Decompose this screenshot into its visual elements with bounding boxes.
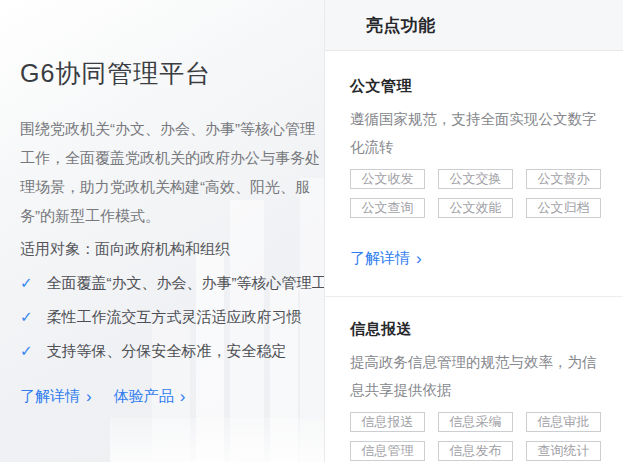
feature-text: 全面覆盖“办文、办会、办事”等核心管理工 [47, 274, 324, 293]
chevron-right-icon: › [86, 388, 92, 405]
feature-text: 支持等保、分保安全标准，安全稳定 [47, 342, 287, 361]
learn-more-link[interactable]: 了解详情 › [20, 387, 92, 406]
try-product-label: 体验产品 [114, 387, 174, 406]
feature-list: ✓ 全面覆盖“办文、办会、办事”等核心管理工 ✓ 柔性工作流交互方式灵活适应政府… [20, 272, 324, 362]
section-document-management: 公文管理 遵循国家规范，支持全面实现公文数字化流转 公文收发 公文交换 公文督办… [325, 51, 623, 268]
product-overview-content: G6协同管理平台 围绕党政机关“办文、办会、办事”等核心管理工作，全面覆盖党政机… [0, 0, 324, 406]
product-description: 围绕党政机关“办文、办会、办事”等核心管理工作，全面覆盖党政机关的政府办公与事务… [20, 114, 320, 230]
feature-item: ✓ 支持等保、分保安全标准，安全稳定 [20, 340, 324, 362]
section-title: 信息报送 [350, 320, 611, 339]
feature-item: ✓ 全面覆盖“办文、办会、办事”等核心管理工 [20, 272, 324, 294]
audience-line: 适用对象：面向政府机构和组织 [20, 240, 324, 259]
tag-button[interactable]: 信息审批 [526, 412, 601, 432]
check-icon: ✓ [20, 342, 33, 360]
tag-button[interactable]: 信息报送 [350, 412, 425, 432]
tag-button[interactable]: 公文交换 [438, 169, 513, 189]
feature-text: 柔性工作流交互方式灵活适应政府习惯 [47, 308, 302, 327]
product-page: G6协同管理平台 围绕党政机关“办文、办会、办事”等核心管理工作，全面覆盖党政机… [0, 0, 623, 462]
tag-button[interactable]: 信息采编 [438, 412, 513, 432]
try-product-link[interactable]: 体验产品 › [114, 387, 186, 406]
tag-button[interactable]: 查询统计 [526, 441, 601, 461]
tag-button[interactable]: 公文效能 [438, 198, 513, 218]
check-icon: ✓ [20, 274, 33, 292]
tag-button[interactable]: 公文归档 [526, 198, 601, 218]
section-learn-more-link[interactable]: 了解详情 › [350, 249, 422, 268]
chevron-right-icon: › [416, 250, 422, 267]
tag-button[interactable]: 公文查询 [350, 198, 425, 218]
section-title: 公文管理 [350, 77, 611, 96]
highlights-header: 亮点功能 [325, 0, 623, 51]
feature-item: ✓ 柔性工作流交互方式灵活适应政府习惯 [20, 306, 324, 328]
product-overview-panel: G6协同管理平台 围绕党政机关“办文、办会、办事”等核心管理工作，全面覆盖党政机… [0, 0, 324, 462]
check-icon: ✓ [20, 308, 33, 326]
left-links-row: 了解详情 › 体验产品 › [20, 387, 324, 406]
chevron-right-icon: › [180, 388, 186, 405]
tag-grid: 信息报送 信息采编 信息审批 信息管理 信息发布 查询统计 [350, 412, 606, 461]
tag-grid: 公文收发 公文交换 公文督办 公文查询 公文效能 公文归档 [350, 169, 606, 218]
section-description: 提高政务信息管理的规范与效率，为信息共享提供依据 [350, 348, 602, 404]
section-info-reporting: 信息报送 提高政务信息管理的规范与效率，为信息共享提供依据 信息报送 信息采编 … [325, 296, 623, 461]
learn-more-label: 了解详情 [20, 387, 80, 406]
tag-button[interactable]: 信息发布 [438, 441, 513, 461]
tag-button[interactable]: 公文收发 [350, 169, 425, 189]
highlights-title: 亮点功能 [366, 14, 436, 37]
highlights-panel: 亮点功能 公文管理 遵循国家规范，支持全面实现公文数字化流转 公文收发 公文交换… [324, 0, 623, 462]
section-description: 遵循国家规范，支持全面实现公文数字化流转 [350, 105, 602, 161]
tag-button[interactable]: 公文督办 [526, 169, 601, 189]
section-learn-more-label: 了解详情 [350, 249, 410, 268]
product-title: G6协同管理平台 [20, 57, 324, 90]
building-decor [110, 418, 324, 462]
tag-button[interactable]: 信息管理 [350, 441, 425, 461]
